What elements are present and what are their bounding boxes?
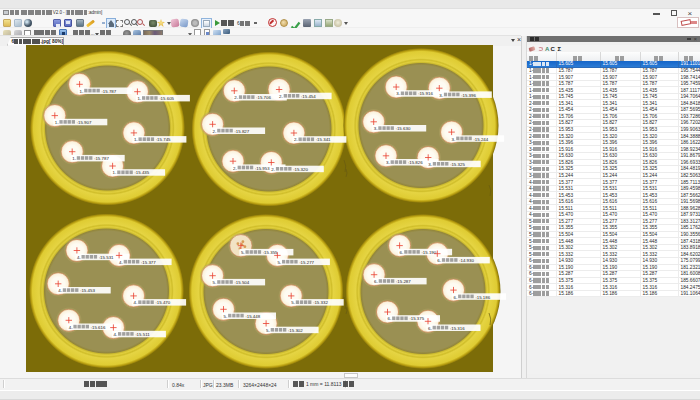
svg-text::15.325: :15.325 xyxy=(450,162,465,167)
svg-text:3-: 3- xyxy=(452,137,456,142)
svg-text::15.706: :15.706 xyxy=(256,95,271,100)
svg-text::15.355: :15.355 xyxy=(263,250,278,255)
svg-text::15.630: :15.630 xyxy=(396,126,411,131)
svg-text:1-: 1- xyxy=(113,170,117,175)
svg-text::15.907: :15.907 xyxy=(77,120,92,125)
svg-text::15.470: :15.470 xyxy=(156,300,171,305)
svg-text::15.320: :15.320 xyxy=(293,167,308,172)
svg-text:3-: 3- xyxy=(386,160,390,165)
svg-text:4-: 4- xyxy=(113,332,117,337)
svg-text:1-: 1- xyxy=(55,120,59,125)
svg-text:5-: 5- xyxy=(277,260,281,265)
svg-text::15.435: :15.435 xyxy=(135,170,150,175)
svg-text:4-: 4- xyxy=(134,300,138,305)
svg-text:2-: 2- xyxy=(294,137,298,142)
svg-text:1-: 1- xyxy=(72,156,76,161)
svg-text:1-: 1- xyxy=(137,96,141,101)
svg-text::15.454: :15.454 xyxy=(301,94,316,99)
svg-text:1-: 1- xyxy=(80,89,84,94)
svg-text::15.745: :15.745 xyxy=(156,137,171,142)
svg-text:5-: 5- xyxy=(291,300,295,305)
svg-text:3-: 3- xyxy=(439,93,443,98)
svg-text::15.511: :15.511 xyxy=(135,332,150,337)
svg-text::15.341: :15.341 xyxy=(316,137,331,142)
svg-text:6-: 6- xyxy=(374,279,378,284)
svg-text:2-: 2- xyxy=(279,94,283,99)
svg-text::15.953: :15.953 xyxy=(255,166,270,171)
svg-text::15.531: :15.531 xyxy=(99,255,114,260)
svg-text:5-: 5- xyxy=(241,250,245,255)
svg-text:4-: 4- xyxy=(58,288,62,293)
svg-text::15.377: :15.377 xyxy=(141,260,156,265)
svg-text::14.930: :14.930 xyxy=(459,258,474,263)
svg-text::15.826: :15.826 xyxy=(408,160,423,165)
svg-text:5-: 5- xyxy=(266,328,270,333)
svg-text::15.504: :15.504 xyxy=(235,280,250,285)
svg-text::15.332: :15.332 xyxy=(313,300,328,305)
svg-text::15.302: :15.302 xyxy=(288,328,303,333)
svg-text:3-: 3- xyxy=(428,162,432,167)
svg-text:2-: 2- xyxy=(271,167,275,172)
svg-text:6-: 6- xyxy=(454,295,458,300)
svg-text:3-: 3- xyxy=(396,91,400,96)
svg-text:2-: 2- xyxy=(234,95,238,100)
svg-text::15.827: :15.827 xyxy=(235,129,250,134)
svg-text::15.605: :15.605 xyxy=(159,96,174,101)
svg-text::15.244: :15.244 xyxy=(474,137,489,142)
svg-text::15.375: :15.375 xyxy=(410,316,425,321)
svg-text::15.287: :15.287 xyxy=(396,279,411,284)
svg-text::15.277: :15.277 xyxy=(299,260,314,265)
svg-text:2-: 2- xyxy=(213,129,217,134)
svg-text:5-: 5- xyxy=(213,280,217,285)
svg-text::15.787: :15.787 xyxy=(102,89,117,94)
svg-text:6-: 6- xyxy=(388,316,392,321)
svg-text::15.787: :15.787 xyxy=(94,156,109,161)
svg-text:4-: 4- xyxy=(119,260,123,265)
svg-text:6-: 6- xyxy=(428,326,432,331)
svg-text::15.190: :15.190 xyxy=(422,250,437,255)
svg-text::15.916: :15.916 xyxy=(418,91,433,96)
svg-text::15.448: :15.448 xyxy=(246,314,261,319)
svg-text::15.316: :15.316 xyxy=(450,326,465,331)
svg-text:4-: 4- xyxy=(77,255,81,260)
svg-text:5-: 5- xyxy=(224,314,228,319)
svg-text:3-: 3- xyxy=(374,126,378,131)
svg-text:2-: 2- xyxy=(233,166,237,171)
svg-text::15.616: :15.616 xyxy=(91,325,106,330)
svg-text:1-: 1- xyxy=(134,137,138,142)
svg-text::15.453: :15.453 xyxy=(80,288,95,293)
svg-text::15.396: :15.396 xyxy=(461,93,476,98)
svg-text::15.186: :15.186 xyxy=(476,295,491,300)
svg-text:4-: 4- xyxy=(69,325,73,330)
svg-text:6-: 6- xyxy=(437,258,441,263)
svg-text:6-: 6- xyxy=(400,250,404,255)
